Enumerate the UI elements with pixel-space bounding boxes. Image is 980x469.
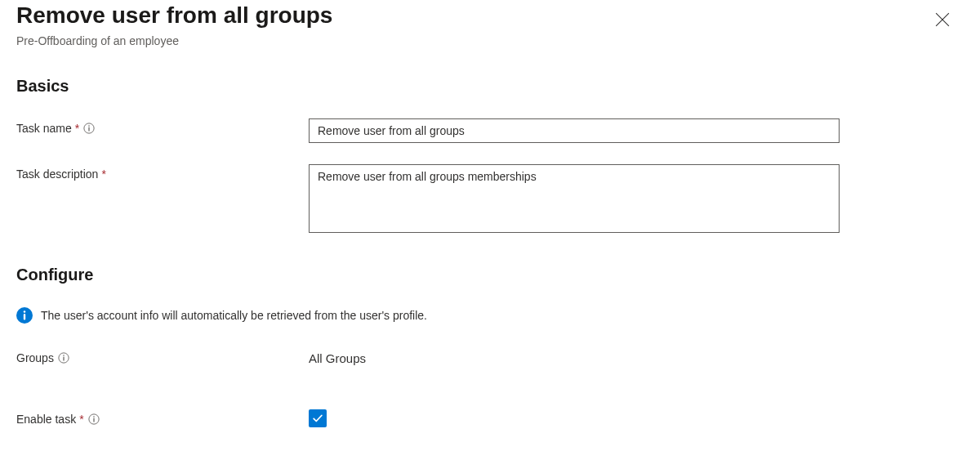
checkmark-icon	[312, 413, 323, 424]
enable-task-checkbox[interactable]	[309, 409, 327, 427]
groups-value: All Groups	[309, 348, 840, 365]
task-name-info-button[interactable]	[82, 122, 96, 135]
info-icon	[16, 307, 33, 324]
svg-point-9	[63, 355, 65, 356]
task-description-input[interactable]	[309, 164, 840, 233]
groups-label: Groups	[16, 351, 54, 364]
info-icon	[88, 413, 100, 425]
section-heading-basics: Basics	[16, 77, 964, 96]
svg-point-3	[88, 125, 90, 127]
svg-point-6	[24, 310, 26, 313]
task-description-label: Task description	[16, 168, 98, 181]
enable-task-label: Enable task	[16, 413, 76, 426]
required-indicator: *	[101, 168, 105, 181]
close-icon	[935, 12, 950, 27]
section-heading-configure: Configure	[16, 266, 964, 284]
svg-point-12	[93, 416, 95, 418]
groups-info-button[interactable]	[57, 351, 70, 364]
info-icon	[83, 123, 95, 134]
enable-task-info-button[interactable]	[87, 413, 100, 426]
task-name-label: Task name	[16, 122, 72, 135]
svg-rect-13	[93, 418, 94, 422]
svg-rect-10	[63, 356, 64, 360]
required-indicator: *	[79, 413, 83, 426]
page-title: Remove user from all groups	[16, 2, 964, 29]
task-name-input[interactable]	[309, 118, 840, 143]
page-subtitle: Pre-Offboarding of an employee	[16, 34, 964, 47]
required-indicator: *	[75, 122, 79, 135]
info-banner-text: The user's account info will automatical…	[41, 309, 427, 322]
close-button[interactable]	[929, 7, 956, 33]
svg-rect-4	[89, 127, 90, 131]
info-banner-icon	[16, 307, 33, 324]
info-icon	[58, 352, 69, 364]
svg-rect-7	[24, 314, 25, 320]
